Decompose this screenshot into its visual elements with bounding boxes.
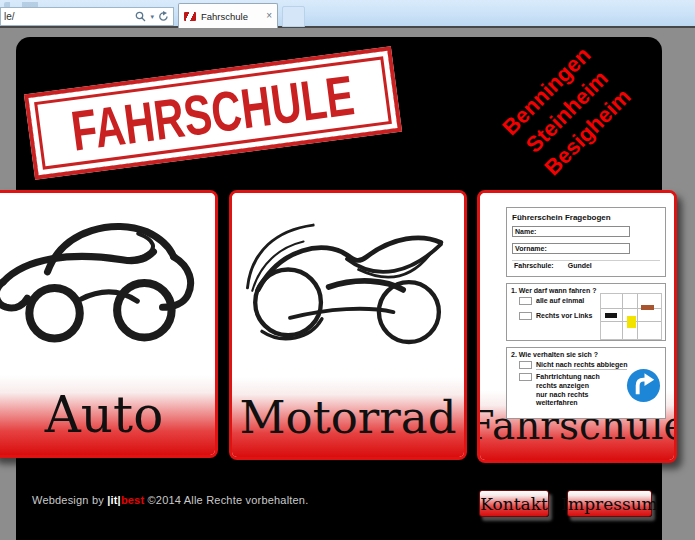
card-fahrschule[interactable]: Führerschein Fragebogen Name: Vorname: F… — [477, 190, 677, 463]
turn-right-sign-icon — [626, 368, 661, 403]
checkbox — [519, 312, 532, 320]
refresh-icon[interactable] — [158, 11, 169, 22]
questionnaire-preview: Führerschein Fragebogen Name: Vorname: F… — [480, 193, 674, 390]
brand-best: best — [121, 494, 144, 506]
browser-chrome: le/ ▾ Fahrschule × — [0, 0, 695, 28]
search-icon[interactable] — [135, 11, 146, 22]
checkbox — [519, 361, 532, 369]
form-title: Führerschein Fragebogen — [512, 213, 660, 222]
chevron-down-icon[interactable]: ▾ — [150, 13, 154, 21]
kontakt-button-label: Kontakt — [480, 494, 548, 514]
q1-option2-label: Rechts vor Links — [536, 312, 592, 319]
card-auto-label: Auto — [45, 390, 164, 440]
q2-option1-label: Nicht nach rechts abbiegen — [536, 361, 627, 370]
screenshot-root: le/ ▾ Fahrschule × FAHRSCHULE Benningen … — [0, 0, 695, 540]
card-motorrad-labelzone: Motorrad — [232, 377, 464, 457]
brown-car — [641, 305, 654, 310]
kontakt-button[interactable]: Kontakt — [479, 490, 549, 517]
checkbox — [519, 297, 532, 305]
school-value: Gundel — [568, 262, 592, 269]
tab-favicon-icon — [184, 12, 196, 21]
question1-box: 1. Wer darf wann fahren ? alle auf einma… — [506, 283, 666, 341]
question2-title: 2. Wie verhalten sie sich ? — [511, 351, 661, 358]
browser-tab-fahrschule[interactable]: Fahrschule × — [178, 3, 278, 28]
footer-credit: Webdesign by |it|best ©2014 Alle Rechte … — [32, 494, 308, 506]
form-header-box: Führerschein Fragebogen Name: Vorname: F… — [506, 207, 666, 277]
card-motorrad[interactable]: Motorrad — [229, 190, 467, 460]
card-auto-labelzone: Auto — [0, 375, 215, 455]
impressum-button[interactable]: Impressum — [567, 490, 652, 517]
new-tab-button[interactable] — [282, 6, 305, 27]
intersection-diagram — [600, 293, 662, 340]
name-field: Name: — [512, 226, 630, 237]
tab-title: Fahrschule — [201, 11, 261, 22]
yellow-car — [627, 316, 636, 328]
car-sketch-icon — [0, 193, 215, 375]
black-car — [605, 313, 617, 318]
brand-it: |it| — [107, 494, 121, 506]
checkbox — [519, 373, 532, 381]
question2-box: 2. Wie verhalten sie sich ? Nicht nach r… — [506, 347, 666, 419]
motorcycle-sketch-icon — [232, 193, 464, 377]
card-auto[interactable]: Auto — [0, 190, 218, 458]
questionnaire-form: Führerschein Fragebogen Name: Vorname: F… — [506, 207, 666, 419]
tab-close-icon[interactable]: × — [266, 11, 272, 21]
vorname-field: Vorname: — [512, 243, 630, 254]
q1-option1-label: alle auf einmal — [536, 297, 584, 304]
webdesign-prefix: Webdesign by — [32, 494, 104, 506]
copyright-text: ©2014 Alle Rechte vorbehalten. — [148, 494, 309, 506]
address-bar[interactable]: le/ ▾ — [0, 7, 174, 26]
card-motorrad-label: Motorrad — [239, 395, 456, 440]
url-text[interactable]: le/ — [1, 11, 135, 22]
impressum-button-label: Impressum — [561, 494, 657, 514]
q2-option2-label: Fahrtrichtung nach rechts anzeigen nur n… — [536, 373, 600, 408]
school-label: Fahrschule: — [514, 262, 554, 269]
